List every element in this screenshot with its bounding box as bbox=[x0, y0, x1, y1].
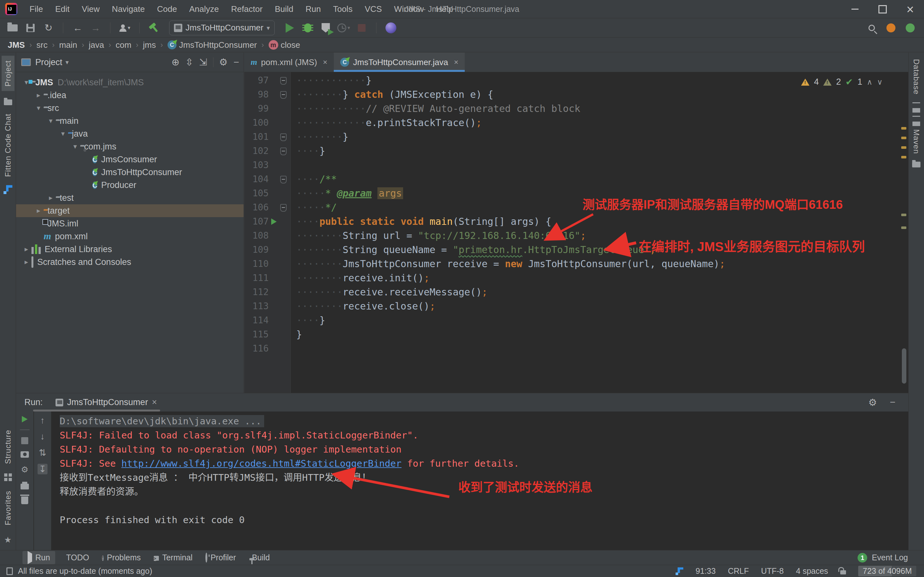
clear-console-icon[interactable] bbox=[21, 496, 28, 504]
user-profile-icon[interactable]: ▾ bbox=[118, 21, 132, 35]
eclipse-plugin-icon[interactable] bbox=[383, 21, 398, 35]
minimize-button[interactable] bbox=[841, 0, 869, 18]
fold-marker-icon[interactable] bbox=[280, 176, 287, 184]
memory-indicator[interactable]: 723 of 4096M bbox=[858, 566, 916, 576]
toolwindow-tab-todo[interactable]: TODO bbox=[58, 551, 94, 564]
close-icon[interactable]: × bbox=[323, 58, 327, 67]
folder-icon[interactable] bbox=[4, 100, 12, 105]
pin-icon[interactable]: ★ bbox=[4, 535, 11, 545]
expand-all-icon[interactable]: ⇳ bbox=[185, 56, 193, 68]
project-panel-header[interactable]: Project ▾ ⊕ ⇳ ⇲ ⚙ − bbox=[16, 53, 244, 72]
fold-marker-icon[interactable] bbox=[280, 77, 287, 85]
tree-item--idea[interactable]: ▸.idea bbox=[16, 89, 244, 102]
menu-item-vcs[interactable]: VCS bbox=[359, 2, 387, 17]
breadcrumb-item[interactable]: jms bbox=[143, 40, 156, 50]
menu-item-file[interactable]: File bbox=[24, 2, 48, 17]
sidebar-tab-fitten-code-chat[interactable]: Fitten Code Chat bbox=[3, 114, 13, 177]
event-log-button[interactable]: 1Event Log bbox=[858, 553, 908, 562]
print-icon[interactable] bbox=[21, 484, 29, 490]
list-icon[interactable] bbox=[913, 116, 920, 122]
collapse-all-icon[interactable]: ⇲ bbox=[199, 56, 207, 68]
menu-item-edit[interactable]: Edit bbox=[50, 2, 75, 17]
tree-item-src[interactable]: ▾src bbox=[16, 102, 244, 114]
grid-icon[interactable] bbox=[4, 474, 12, 481]
breadcrumb-item[interactable]: src bbox=[36, 40, 47, 50]
toolwindow-tab-run[interactable]: Run bbox=[23, 551, 55, 564]
tree-expand-icon[interactable]: ▾ bbox=[58, 130, 68, 138]
scroll-down-icon[interactable]: ↓ bbox=[40, 431, 45, 442]
close-icon[interactable]: × bbox=[454, 58, 458, 67]
sidebar-tab-database[interactable]: Database bbox=[912, 59, 921, 95]
scroll-to-end-icon[interactable]: ↧ bbox=[37, 464, 47, 474]
debug-icon[interactable] bbox=[300, 21, 315, 35]
prev-problem-icon[interactable]: ∧ bbox=[867, 77, 873, 87]
tree-item-scratches-and-consoles[interactable]: ▸Scratches and Consoles bbox=[16, 256, 244, 268]
gear-icon[interactable]: ⚙ bbox=[869, 397, 877, 408]
plugin-green-icon[interactable] bbox=[903, 21, 918, 35]
gear-icon[interactable]: ⚙ bbox=[219, 56, 228, 68]
run-line-icon[interactable] bbox=[271, 218, 277, 225]
menu-item-analyze[interactable]: Analyze bbox=[184, 2, 224, 17]
inspection-widget[interactable]: 4 2 ✔ 1 ∧ ∨ bbox=[801, 77, 883, 87]
menu-item-refactor[interactable]: Refactor bbox=[226, 2, 268, 17]
editor-tab-pom-xml-jms-[interactable]: mpom.xml (JMS)× bbox=[244, 53, 334, 72]
toolwindow-tab-terminal[interactable]: >_Terminal bbox=[149, 551, 198, 564]
maximize-button[interactable] bbox=[869, 0, 897, 18]
tree-expand-icon[interactable]: ▸ bbox=[21, 245, 31, 253]
breadcrumb-item[interactable]: main bbox=[59, 40, 77, 50]
locate-file-icon[interactable]: ⊕ bbox=[171, 56, 179, 68]
tree-item-target[interactable]: ▸target bbox=[16, 204, 244, 217]
sync-icon[interactable]: ↻ bbox=[41, 21, 56, 35]
sidebar-tab-favorites[interactable]: Favorites bbox=[3, 491, 13, 525]
tree-item-pom-xml[interactable]: mpom.xml bbox=[16, 230, 244, 243]
menu-item-code[interactable]: Code bbox=[152, 2, 182, 17]
menu-item-navigate[interactable]: Navigate bbox=[107, 2, 150, 17]
toolwindow-tab-profiler[interactable]: Profiler bbox=[200, 551, 241, 564]
tree-item-jmstohttpconsumer[interactable]: CJmsToHttpConsumer bbox=[16, 166, 244, 179]
unlock-icon[interactable] bbox=[840, 570, 846, 574]
caret-position[interactable]: 91:33 bbox=[696, 566, 716, 576]
fitten-logo-icon[interactable] bbox=[3, 185, 13, 194]
breadcrumb-item[interactable]: mclose bbox=[269, 40, 300, 50]
profiler-icon[interactable]: ▾ bbox=[336, 21, 351, 35]
tree-item-main[interactable]: ▾main bbox=[16, 114, 244, 127]
error-stripe[interactable] bbox=[900, 92, 908, 393]
tree-expand-icon[interactable]: ▸ bbox=[45, 194, 56, 202]
tree-item-external-libraries[interactable]: ▸External Libraries bbox=[16, 243, 244, 256]
scrollbar-thumb[interactable] bbox=[902, 348, 906, 384]
hide-panel-icon[interactable]: − bbox=[890, 397, 895, 408]
fold-marker-icon[interactable] bbox=[280, 148, 287, 155]
scroll-up-icon[interactable]: ↑ bbox=[40, 415, 45, 425]
menu-item-run[interactable]: Run bbox=[300, 2, 326, 17]
tree-expand-icon[interactable]: ▸ bbox=[21, 258, 31, 266]
close-icon[interactable]: × bbox=[152, 397, 157, 407]
soft-wrap-icon[interactable]: ⇅ bbox=[39, 447, 46, 458]
toolwindow-tab-problems[interactable]: !Problems bbox=[97, 551, 146, 564]
tree-expand-icon[interactable]: ▸ bbox=[33, 206, 44, 215]
gear-icon[interactable]: ⚙ bbox=[21, 465, 28, 475]
line-ending[interactable]: CRLF bbox=[728, 566, 749, 576]
indent-setting[interactable]: 4 spaces bbox=[796, 566, 828, 576]
tree-expand-icon[interactable]: ▸ bbox=[33, 91, 44, 100]
stop-icon[interactable] bbox=[21, 437, 28, 444]
tree-expand-icon[interactable]: ▾ bbox=[70, 142, 80, 151]
sidebar-tab-structure[interactable]: Structure bbox=[3, 430, 13, 464]
toolwindow-tab-build[interactable]: Build bbox=[244, 551, 275, 564]
sidebar-tab-maven[interactable]: Maven bbox=[912, 129, 921, 154]
tree-item-jmsconsumer[interactable]: CJmsConsumer bbox=[16, 153, 244, 166]
fold-marker-icon[interactable] bbox=[280, 204, 287, 212]
list-icon[interactable] bbox=[913, 102, 920, 108]
menu-item-tools[interactable]: Tools bbox=[328, 2, 358, 17]
stop-icon[interactable] bbox=[354, 21, 369, 35]
coverage-icon[interactable] bbox=[318, 21, 333, 35]
fold-marker-icon[interactable] bbox=[280, 134, 287, 141]
tree-item-test[interactable]: ▸test bbox=[16, 192, 244, 204]
run-console-tab[interactable]: JmsToHttpConsumer × bbox=[52, 393, 160, 411]
rerun-icon[interactable] bbox=[22, 416, 27, 422]
close-button[interactable] bbox=[897, 0, 924, 18]
breadcrumb-item[interactable]: JMS bbox=[8, 40, 25, 50]
tree-item-jms[interactable]: ▾JMSD:\work\self_item\JMS bbox=[16, 76, 244, 89]
run-icon[interactable] bbox=[283, 21, 297, 35]
save-all-icon[interactable] bbox=[23, 21, 38, 35]
sidebar-tab-project[interactable]: Project bbox=[2, 56, 15, 91]
